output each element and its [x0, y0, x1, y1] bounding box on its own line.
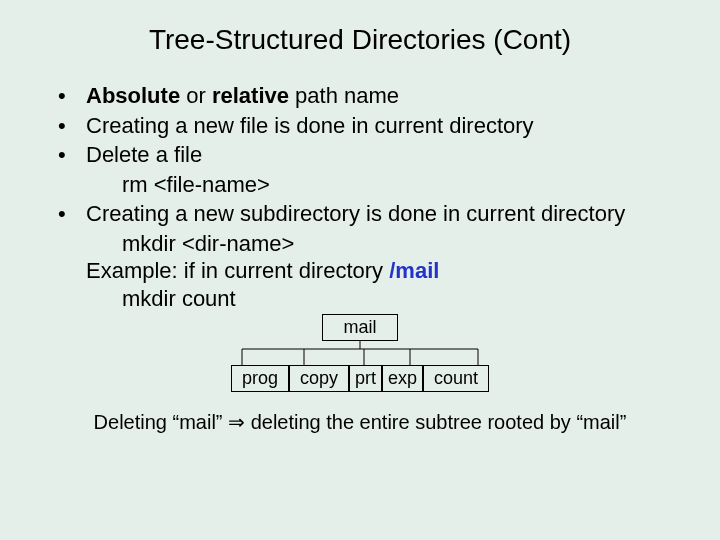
- bold-absolute: Absolute: [86, 83, 180, 108]
- text-mid: or: [180, 83, 212, 108]
- example-pre: Example: if in current directory: [86, 258, 389, 283]
- code-mkdir: mkdir <dir-name>: [122, 230, 690, 258]
- slide-body: • Absolute or relative path name • Creat…: [58, 82, 690, 312]
- footer-post: deleting the entire subtree rooted by “m…: [245, 411, 626, 433]
- bullet-mark: •: [58, 82, 86, 110]
- code-rm: rm <file-name>: [122, 171, 690, 199]
- tree-children: prog copy prt exp count: [231, 365, 489, 392]
- bullet-mark: •: [58, 141, 86, 169]
- bullet-1: • Absolute or relative path name: [58, 82, 690, 110]
- tree-child-count: count: [423, 365, 489, 392]
- tree-child-copy: copy: [289, 365, 349, 392]
- text-rest: path name: [289, 83, 399, 108]
- bullet-mark: •: [58, 200, 86, 228]
- tree-child-exp: exp: [382, 365, 423, 392]
- bullet-text: Delete a file: [86, 141, 690, 169]
- bullet-2: • Creating a new file is done in current…: [58, 112, 690, 140]
- example-line: Example: if in current directory /mail: [86, 257, 690, 285]
- double-arrow-icon: ⇒: [228, 411, 245, 433]
- bullet-text: Creating a new file is done in current d…: [86, 112, 690, 140]
- example-path: /mail: [389, 258, 439, 283]
- bullet-3: • Delete a file: [58, 141, 690, 169]
- bullet-4: • Creating a new subdirectory is done in…: [58, 200, 690, 228]
- tree-child-prt: prt: [349, 365, 382, 392]
- tree-child-prog: prog: [231, 365, 289, 392]
- bullet-text: Creating a new subdirectory is done in c…: [86, 200, 690, 228]
- tree-root-node: mail: [322, 314, 397, 341]
- directory-tree: mail prog copy prt exp count: [30, 314, 690, 392]
- footer-note: Deleting “mail” ⇒ deleting the entire su…: [30, 410, 690, 434]
- tree-connector: [220, 341, 500, 365]
- bold-relative: relative: [212, 83, 289, 108]
- bullet-mark: •: [58, 112, 86, 140]
- code-mkdir-count: mkdir count: [122, 285, 690, 313]
- slide-title: Tree-Structured Directories (Cont): [30, 24, 690, 56]
- slide: Tree-Structured Directories (Cont) • Abs…: [0, 0, 720, 540]
- bullet-text: Absolute or relative path name: [86, 82, 690, 110]
- footer-pre: Deleting “mail”: [94, 411, 228, 433]
